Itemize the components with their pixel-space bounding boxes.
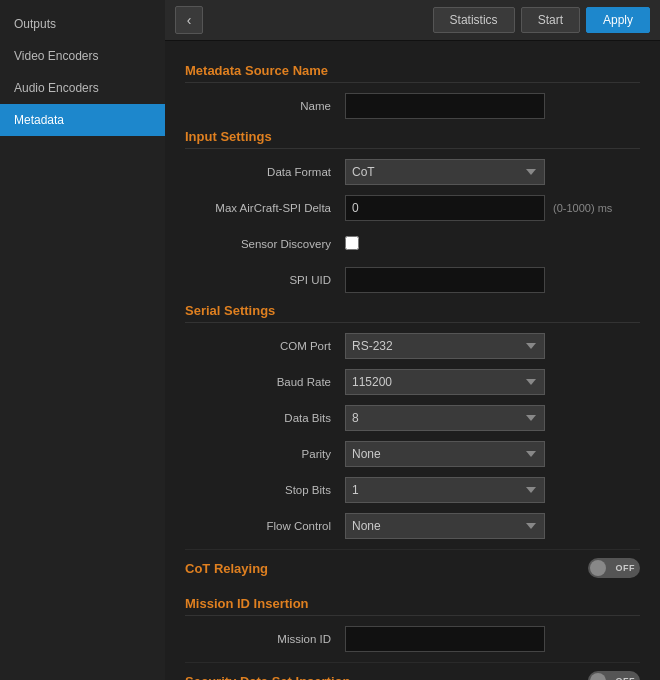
baud-rate-row: Baud Rate 9600 19200 38400 57600 115200 … — [185, 369, 640, 395]
parity-control: None Odd Even — [345, 441, 545, 467]
max-aircraft-label: Max AirCraft-SPI Delta — [185, 202, 345, 214]
security-data-toggle-text: OFF — [616, 676, 636, 680]
data-format-row: Data Format CoT NMEA KLV — [185, 159, 640, 185]
sensor-discovery-checkbox[interactable] — [345, 236, 359, 250]
sidebar-item-label: Video Encoders — [14, 49, 99, 63]
flow-control-select[interactable]: None RTS/CTS XON/XOFF — [345, 513, 545, 539]
data-bits-select[interactable]: 5 6 7 8 — [345, 405, 545, 431]
data-bits-row: Data Bits 5 6 7 8 — [185, 405, 640, 431]
mission-id-label: Mission ID — [185, 633, 345, 645]
spi-uid-control — [345, 267, 545, 293]
com-port-row: COM Port RS-232 RS-422 RS-485 — [185, 333, 640, 359]
name-label: Name — [185, 100, 345, 112]
main-panel: ‹ Statistics Start Apply Metadata Source… — [165, 0, 660, 680]
data-bits-control: 5 6 7 8 — [345, 405, 545, 431]
sensor-discovery-control — [345, 236, 545, 253]
sidebar-item-label: Metadata — [14, 113, 64, 127]
max-aircraft-input[interactable] — [345, 195, 545, 221]
back-button[interactable]: ‹ — [175, 6, 203, 34]
input-settings-title: Input Settings — [185, 129, 640, 149]
sidebar-item-label: Audio Encoders — [14, 81, 99, 95]
start-button[interactable]: Start — [521, 7, 580, 33]
topbar: ‹ Statistics Start Apply — [165, 0, 660, 41]
baud-rate-control: 9600 19200 38400 57600 115200 230400 — [345, 369, 545, 395]
baud-rate-label: Baud Rate — [185, 376, 345, 388]
mission-id-title: Mission ID Insertion — [185, 596, 640, 616]
name-input[interactable] — [345, 93, 545, 119]
spi-uid-label: SPI UID — [185, 274, 345, 286]
sidebar-item-outputs[interactable]: Outputs — [0, 8, 165, 40]
sidebar-item-label: Outputs — [14, 17, 56, 31]
stop-bits-row: Stop Bits 1 2 — [185, 477, 640, 503]
security-data-thumb — [590, 673, 606, 680]
sidebar: Outputs Video Encoders Audio Encoders Me… — [0, 0, 165, 680]
data-format-select[interactable]: CoT NMEA KLV — [345, 159, 545, 185]
data-format-label: Data Format — [185, 166, 345, 178]
sidebar-item-metadata[interactable]: Metadata — [0, 104, 165, 136]
security-data-row: Security Data Set Insertion OFF — [185, 662, 640, 680]
serial-settings-title: Serial Settings — [185, 303, 640, 323]
mission-id-control — [345, 626, 545, 652]
sensor-discovery-label: Sensor Discovery — [185, 238, 345, 250]
com-port-label: COM Port — [185, 340, 345, 352]
com-port-control: RS-232 RS-422 RS-485 — [345, 333, 545, 359]
max-aircraft-row: Max AirCraft-SPI Delta (0-1000) ms — [185, 195, 640, 221]
security-data-label: Security Data Set Insertion — [185, 674, 350, 681]
cot-relaying-thumb — [590, 560, 606, 576]
statistics-button[interactable]: Statistics — [433, 7, 515, 33]
parity-row: Parity None Odd Even — [185, 441, 640, 467]
max-aircraft-control — [345, 195, 545, 221]
cot-relaying-toggle-text: OFF — [616, 563, 636, 573]
apply-button[interactable]: Apply — [586, 7, 650, 33]
metadata-source-title: Metadata Source Name — [185, 63, 640, 83]
security-data-toggle[interactable]: OFF — [588, 671, 640, 680]
parity-label: Parity — [185, 448, 345, 460]
cot-relaying-label: CoT Relaying — [185, 561, 268, 576]
stop-bits-label: Stop Bits — [185, 484, 345, 496]
stop-bits-control: 1 2 — [345, 477, 545, 503]
sensor-discovery-row: Sensor Discovery — [185, 231, 640, 257]
max-aircraft-unit: (0-1000) ms — [553, 202, 612, 214]
spi-uid-row: SPI UID — [185, 267, 640, 293]
parity-select[interactable]: None Odd Even — [345, 441, 545, 467]
name-control — [345, 93, 545, 119]
name-row: Name — [185, 93, 640, 119]
cot-relaying-row: CoT Relaying OFF — [185, 549, 640, 586]
sidebar-item-video-encoders[interactable]: Video Encoders — [0, 40, 165, 72]
cot-relaying-toggle[interactable]: OFF — [588, 558, 640, 578]
spi-uid-input[interactable] — [345, 267, 545, 293]
mission-id-input[interactable] — [345, 626, 545, 652]
content-area: Metadata Source Name Name Input Settings… — [165, 41, 660, 680]
baud-rate-select[interactable]: 9600 19200 38400 57600 115200 230400 — [345, 369, 545, 395]
flow-control-label: Flow Control — [185, 520, 345, 532]
data-bits-label: Data Bits — [185, 412, 345, 424]
mission-id-row: Mission ID — [185, 626, 640, 652]
flow-control-control: None RTS/CTS XON/XOFF — [345, 513, 545, 539]
stop-bits-select[interactable]: 1 2 — [345, 477, 545, 503]
com-port-select[interactable]: RS-232 RS-422 RS-485 — [345, 333, 545, 359]
flow-control-row: Flow Control None RTS/CTS XON/XOFF — [185, 513, 640, 539]
data-format-control: CoT NMEA KLV — [345, 159, 545, 185]
sidebar-item-audio-encoders[interactable]: Audio Encoders — [0, 72, 165, 104]
